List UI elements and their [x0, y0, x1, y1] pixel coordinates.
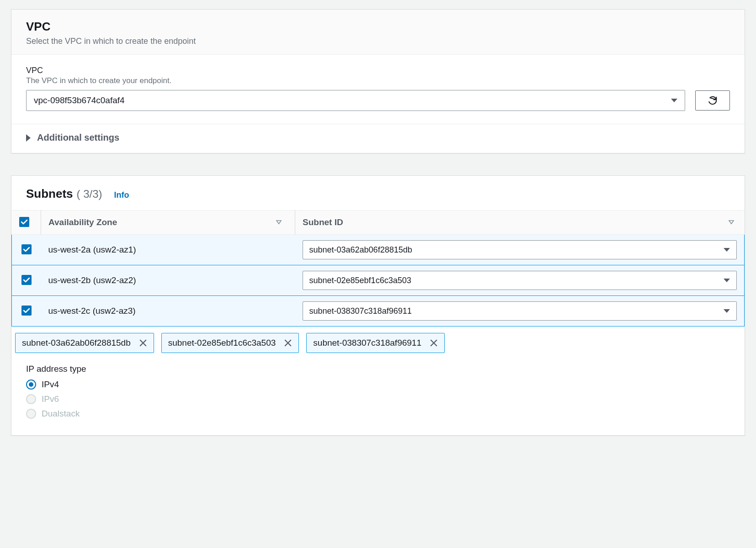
subnet-select[interactable]: subnet-03a62ab06f28815db [303, 240, 737, 259]
check-icon [21, 218, 28, 226]
az-value: us-west-2a (usw2-az1) [48, 245, 136, 254]
refresh-button[interactable] [695, 90, 730, 111]
chevron-down-icon [671, 99, 677, 102]
chevron-right-icon [26, 134, 31, 142]
radio-label: IPv6 [42, 394, 59, 404]
radio-label: IPv4 [42, 379, 59, 390]
row-checkbox[interactable] [21, 275, 32, 285]
check-icon [23, 276, 30, 284]
subnet-token: subnet-038307c318af96911 [306, 333, 445, 353]
ip-address-type-label: IP address type [26, 364, 730, 374]
select-all-checkbox[interactable] [19, 217, 29, 227]
subnet-token-row: subnet-03a62ab06f28815db subnet-02e85ebf… [11, 327, 745, 356]
vpc-panel-header: VPC Select the VPC in which to create th… [11, 10, 745, 55]
vpc-field-help: The VPC in which to create your endpoint… [26, 76, 730, 85]
vpc-panel-body: VPC The VPC in which to create your endp… [11, 55, 745, 124]
subnets-panel: Subnets ( 3/3) Info Availability Zone [11, 175, 745, 436]
table-row[interactable]: us-west-2b (usw2-az2) subnet-02e85ebf1c6… [12, 265, 745, 296]
subnet-select-value: subnet-02e85ebf1c6c3a503 [309, 276, 411, 285]
check-icon [23, 307, 30, 314]
chevron-down-icon [724, 279, 730, 282]
ip-address-type-section: IP address type IPv4 IPv6 Dualstack [11, 356, 745, 435]
close-icon[interactable] [430, 339, 438, 347]
token-label: subnet-038307c318af96911 [313, 338, 421, 348]
subnet-select-value: subnet-038307c318af96911 [309, 306, 412, 316]
radio-ipv6: IPv6 [26, 394, 730, 404]
additional-settings-accordion: Additional settings [11, 124, 745, 153]
subnets-title: Subnets [26, 187, 73, 201]
radio-label: Dualstack [42, 409, 80, 419]
sort-icon[interactable] [728, 217, 735, 227]
sort-icon[interactable] [273, 217, 285, 227]
radio-icon [26, 394, 36, 404]
subnet-select-value: subnet-03a62ab06f28815db [309, 245, 412, 255]
chevron-down-icon [724, 309, 730, 313]
col-subnet-id-label[interactable]: Subnet ID [303, 217, 343, 227]
refresh-icon [708, 95, 718, 105]
radio-ipv4[interactable]: IPv4 [26, 379, 730, 390]
az-value: us-west-2b (usw2-az2) [48, 275, 136, 285]
col-az-label[interactable]: Availability Zone [48, 217, 117, 227]
subnet-select[interactable]: subnet-02e85ebf1c6c3a503 [303, 271, 737, 290]
additional-settings-label: Additional settings [37, 132, 119, 143]
row-checkbox[interactable] [21, 244, 32, 254]
vpc-field-label: VPC [26, 66, 730, 75]
row-checkbox[interactable] [21, 306, 32, 316]
chevron-down-icon [724, 248, 730, 252]
radio-icon [26, 409, 36, 419]
az-value: us-west-2c (usw2-az3) [48, 306, 136, 316]
vpc-select-value: vpc-098f53b674c0afaf4 [34, 95, 125, 105]
subnet-token: subnet-03a62ab06f28815db [15, 333, 154, 353]
token-label: subnet-03a62ab06f28815db [22, 338, 131, 348]
radio-dualstack: Dualstack [26, 409, 730, 419]
additional-settings-toggle[interactable]: Additional settings [26, 132, 730, 143]
subnets-header: Subnets ( 3/3) Info [11, 176, 745, 210]
subnets-count: ( 3/3) [77, 188, 102, 200]
table-row[interactable]: us-west-2c (usw2-az3) subnet-038307c318a… [12, 296, 745, 327]
radio-icon [26, 379, 36, 390]
check-icon [23, 246, 30, 253]
subnet-token: subnet-02e85ebf1c6c3a503 [161, 333, 299, 353]
vpc-panel-title: VPC [26, 20, 730, 34]
close-icon[interactable] [284, 339, 292, 347]
vpc-select[interactable]: vpc-098f53b674c0afaf4 [26, 90, 685, 111]
vpc-panel: VPC Select the VPC in which to create th… [11, 9, 745, 153]
token-label: subnet-02e85ebf1c6c3a503 [168, 338, 276, 348]
table-row[interactable]: us-west-2a (usw2-az1) subnet-03a62ab06f2… [12, 235, 745, 265]
subnets-table: Availability Zone Subnet ID [11, 210, 745, 327]
vpc-panel-subtitle: Select the VPC in which to create the en… [26, 37, 730, 46]
close-icon[interactable] [139, 339, 147, 347]
subnet-select[interactable]: subnet-038307c318af96911 [303, 301, 737, 321]
info-link[interactable]: Info [114, 190, 129, 200]
